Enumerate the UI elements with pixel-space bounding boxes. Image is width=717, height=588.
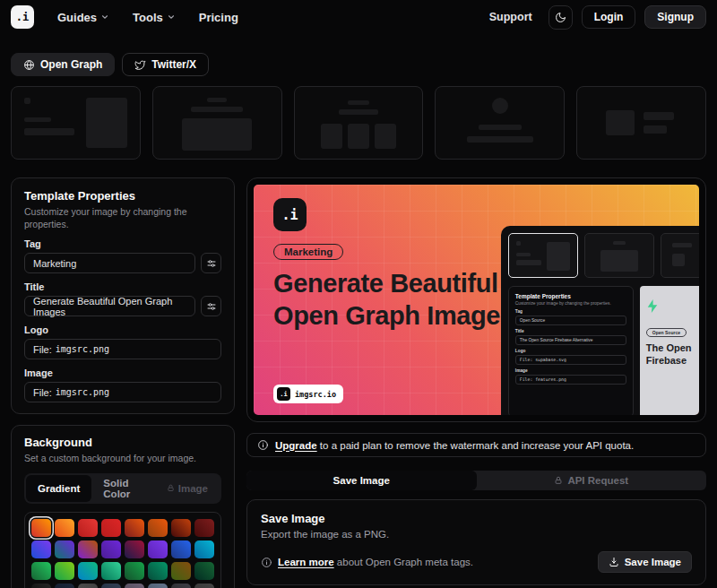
tab-twitter[interactable]: Twitter/X: [122, 53, 209, 76]
template-thumbnail-2[interactable]: [152, 86, 282, 160]
gradient-swatch[interactable]: [55, 562, 74, 580]
gradient-swatch[interactable]: [101, 519, 121, 537]
gradient-swatch[interactable]: [55, 519, 74, 537]
og-embedded-screenshot: Template Properties Customize your image…: [501, 226, 699, 415]
og-logo: .i: [273, 198, 307, 231]
tab-api-request[interactable]: API Request: [477, 471, 707, 490]
nav-item-pricing[interactable]: Pricing: [199, 11, 238, 24]
tab-save-image[interactable]: Save Image: [246, 471, 477, 490]
title-settings-button[interactable]: [201, 296, 221, 316]
tag-settings-button[interactable]: [201, 253, 221, 273]
embed-logo-label: Logo: [515, 349, 626, 353]
gradient-swatch[interactable]: [171, 540, 191, 558]
gradient-swatch[interactable]: [101, 540, 121, 558]
gradient-swatch[interactable]: [194, 584, 214, 588]
gradient-swatch[interactable]: [31, 540, 51, 558]
gradient-swatch[interactable]: [101, 562, 121, 580]
learn-more-link[interactable]: Learn more: [278, 557, 334, 567]
embed-title-label: Title: [515, 329, 626, 333]
tag-input[interactable]: Marketing: [24, 253, 195, 273]
template-thumbnail-5[interactable]: [576, 86, 706, 160]
upgrade-text: to a paid plan to remove the watermark a…: [320, 440, 634, 451]
template-thumbnail-3[interactable]: [294, 86, 424, 160]
gradient-swatch[interactable]: [148, 540, 168, 558]
title-label: Title: [24, 281, 221, 292]
gradient-swatch[interactable]: [31, 562, 51, 580]
embed-tag-label: Tag: [515, 309, 626, 314]
nav-links: Guides Tools Pricing: [57, 11, 238, 24]
embed-thumbnail-selected: [508, 233, 578, 278]
gradient-swatch[interactable]: [125, 562, 144, 580]
file-prefix: File:: [33, 344, 52, 355]
upgrade-link[interactable]: Upgrade: [275, 440, 317, 451]
login-button[interactable]: Login: [582, 5, 636, 29]
watermark-text: imgsrc.io: [295, 390, 336, 399]
gradient-swatch[interactable]: [194, 540, 214, 558]
tab-label: Open Graph: [40, 58, 102, 71]
embed-tag-input: Open Source: [515, 316, 626, 325]
embed-image-label: Image: [515, 368, 626, 373]
support-link[interactable]: Support: [489, 11, 532, 23]
gradient-swatch[interactable]: [31, 584, 51, 588]
gradient-swatch[interactable]: [148, 562, 168, 580]
save-image-button-label: Save Image: [625, 557, 681, 567]
nav-item-label: Pricing: [199, 11, 238, 24]
gradient-swatch[interactable]: [125, 584, 144, 588]
bg-tab-image[interactable]: Image: [155, 475, 220, 502]
embed-properties-panel: Template Properties Customize your image…: [508, 286, 634, 415]
gradient-swatch[interactable]: [171, 519, 191, 537]
logo-file-input[interactable]: File: imgsrc.png: [24, 339, 221, 359]
embed-thumbnail: [584, 233, 654, 278]
gradient-swatch[interactable]: [78, 562, 98, 580]
signup-button[interactable]: Signup: [644, 5, 706, 29]
sliders-icon: [206, 258, 217, 269]
chevron-down-icon: [100, 13, 109, 22]
gradient-swatch[interactable]: [171, 562, 191, 580]
logo-file-name: imgsrc.png: [56, 344, 109, 354]
og-tag-badge: Marketing: [273, 244, 343, 260]
gradient-swatch[interactable]: [148, 584, 168, 588]
learn-more-text: about Open Graph meta tags.: [337, 557, 473, 567]
gradient-swatch[interactable]: [55, 584, 74, 588]
tag-label: Tag: [24, 238, 221, 249]
save-image-button[interactable]: Save Image: [598, 551, 692, 573]
panel-subtitle: Customize your image by changing the pro…: [24, 206, 221, 230]
gradient-swatch[interactable]: [194, 562, 214, 580]
gradient-swatch[interactable]: [78, 519, 98, 537]
template-thumbnail-1[interactable]: [11, 86, 141, 160]
tab-label: Twitter/X: [151, 58, 196, 71]
gradient-swatch[interactable]: [171, 584, 191, 588]
globe-icon: [23, 59, 35, 71]
template-thumbnail-4[interactable]: [435, 86, 565, 160]
embed-title-input: The Open Source Firebase Alternative: [515, 335, 626, 345]
gradient-swatch[interactable]: [194, 519, 214, 537]
nav-item-tools[interactable]: Tools: [133, 11, 176, 24]
bg-tab-solid-color[interactable]: Solid Color: [91, 475, 154, 502]
gradient-swatch[interactable]: [31, 519, 51, 537]
theme-toggle-button[interactable]: [549, 5, 573, 30]
embed-logo-input: File: supabase.svg: [515, 355, 626, 365]
panel-subtitle: Set a custom background for your image.: [24, 453, 221, 465]
tab-open-graph[interactable]: Open Graph: [11, 53, 115, 76]
gradient-swatch[interactable]: [148, 519, 168, 537]
main-content: Template Properties Customize your image…: [0, 177, 717, 588]
gradient-swatches: [24, 512, 221, 588]
navbar-right: Support Login Signup: [489, 5, 706, 30]
gradient-swatch[interactable]: [125, 519, 144, 537]
gradient-swatch[interactable]: [125, 540, 144, 558]
bg-tab-image-label: Image: [178, 483, 208, 494]
title-input[interactable]: Generate Beautiful Open Graph Images: [24, 296, 195, 316]
panel-title: Background: [24, 436, 221, 449]
nav-item-guides[interactable]: Guides: [57, 11, 109, 24]
app-logo[interactable]: .i: [11, 5, 34, 29]
template-gallery: [0, 86, 717, 160]
og-heading: Generate Beautiful Open Graph Images: [273, 267, 514, 333]
image-file-input[interactable]: File: imgsrc.png: [24, 382, 221, 402]
gradient-swatch[interactable]: [55, 540, 74, 558]
gradient-swatch[interactable]: [101, 584, 121, 588]
bg-tab-gradient[interactable]: Gradient: [26, 475, 91, 502]
gradient-swatch[interactable]: [78, 540, 98, 558]
embed-card-heading-line2: Firebase: [646, 355, 699, 368]
gradient-swatch[interactable]: [78, 584, 98, 588]
background-panel: Background Set a custom background for y…: [11, 425, 235, 588]
